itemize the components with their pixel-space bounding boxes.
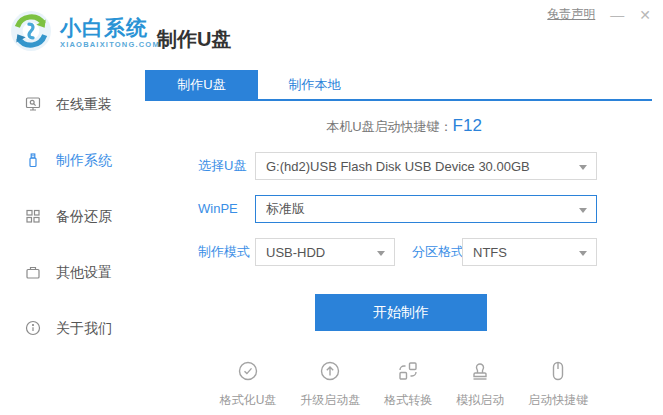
chevron-down-icon <box>377 251 385 256</box>
info-icon <box>24 319 42 340</box>
usb-select-dropdown[interactable]: G:(hd2)USB Flash Disk USB Device 30.00GB <box>255 152 597 180</box>
boot-hotkey-value: F12 <box>453 116 482 135</box>
tool-label: 格式化U盘 <box>220 392 277 409</box>
tool-label: 升级启动盘 <box>300 392 360 409</box>
disclaimer-link[interactable]: 免责声明 <box>547 6 595 23</box>
sidebar-item-other-settings[interactable]: 其他设置 <box>0 258 145 288</box>
sidebar-item-label: 在线重装 <box>56 96 112 114</box>
sidebar-item-make-system[interactable]: 制作系统 <box>0 146 145 176</box>
sidebar-item-label: 备份还原 <box>56 208 112 226</box>
app-window: 小白系统 XIAOBAIXITONG.COM 制作U盘 免责声明 — ✕ 在线重… <box>0 0 663 415</box>
minimize-icon[interactable]: — <box>610 8 624 22</box>
tool-label: 模拟启动 <box>456 392 504 409</box>
backup-grid-icon <box>24 207 42 228</box>
start-make-button[interactable]: 开始制作 <box>315 294 487 331</box>
sidebar-item-label: 关于我们 <box>56 320 112 338</box>
briefcase-icon <box>24 263 42 284</box>
tool-label: 启动快捷键 <box>528 392 588 409</box>
window-controls: 免责声明 — ✕ <box>547 6 651 23</box>
tab-make-usb[interactable]: 制作U盘 <box>145 70 258 99</box>
boot-hotkey-line: 本机U盘启动快捷键：F12 <box>145 116 663 136</box>
sidebar-item-online-reinstall[interactable]: 在线重装 <box>0 90 145 120</box>
logo-text: 小白系统 XIAOBAIXITONG.COM <box>60 17 160 49</box>
chevron-down-icon <box>579 165 587 170</box>
winpe-label: WinPE <box>198 195 238 223</box>
make-mode-label: 制作模式 <box>198 238 250 266</box>
arrow-up-circle-icon <box>318 359 342 387</box>
check-circle-icon <box>236 359 260 387</box>
logo: 小白系统 XIAOBAIXITONG.COM <box>10 10 160 56</box>
partition-format-label: 分区格式 <box>412 238 464 266</box>
page-title: 制作U盘 <box>157 26 231 53</box>
header: 小白系统 XIAOBAIXITONG.COM 制作U盘 免责声明 — ✕ <box>0 0 663 62</box>
tool-upgrade-boot-disk[interactable]: 升级启动盘 <box>300 359 360 409</box>
usb-icon <box>24 151 42 172</box>
stamp-icon <box>468 359 492 387</box>
usb-select-value: G:(hd2)USB Flash Disk USB Device 30.00GB <box>266 159 530 174</box>
sidebar-item-about-us[interactable]: 关于我们 <box>0 314 145 344</box>
tool-format-convert[interactable]: 格式转换 <box>384 359 432 409</box>
partition-format-dropdown[interactable]: NTFS <box>462 238 597 266</box>
footer-toolbar: 格式化U盘 升级启动盘 <box>145 359 663 409</box>
logo-swirl-icon <box>10 10 52 56</box>
usb-select-label: 选择U盘 <box>198 152 246 180</box>
winpe-value: 标准版 <box>266 200 305 218</box>
convert-icon <box>396 359 420 387</box>
tool-boot-hotkey[interactable]: 启动快捷键 <box>528 359 588 409</box>
tool-simulate-boot[interactable]: 模拟启动 <box>456 359 504 409</box>
tab-make-local[interactable]: 制作本地 <box>258 70 371 99</box>
mouse-icon <box>546 359 570 387</box>
boot-hotkey-label: 本机U盘启动快捷键： <box>326 119 452 134</box>
make-mode-dropdown[interactable]: USB-HDD <box>255 238 395 266</box>
make-mode-value: USB-HDD <box>266 245 325 260</box>
tool-format-usb[interactable]: 格式化U盘 <box>220 359 277 409</box>
monitor-icon <box>24 95 42 116</box>
chevron-down-icon <box>579 251 587 256</box>
sidebar-item-backup-restore[interactable]: 备份还原 <box>0 202 145 232</box>
close-icon[interactable]: ✕ <box>639 8 651 22</box>
tool-label: 格式转换 <box>384 392 432 409</box>
sidebar: 在线重装 制作系统 备份还原 <box>0 62 145 415</box>
logo-subtitle: XIAOBAIXITONG.COM <box>60 41 160 49</box>
partition-format-value: NTFS <box>473 245 507 260</box>
logo-title: 小白系统 <box>60 17 160 38</box>
winpe-dropdown[interactable]: 标准版 <box>255 195 597 223</box>
chevron-down-icon <box>579 208 587 213</box>
sidebar-item-label: 其他设置 <box>56 264 112 282</box>
tab-bar: 制作U盘 制作本地 <box>145 70 652 101</box>
main-content: 制作U盘 制作本地 本机U盘启动快捷键：F12 选择U盘 G:(hd2)USB … <box>145 62 663 415</box>
sidebar-item-label: 制作系统 <box>56 152 112 170</box>
